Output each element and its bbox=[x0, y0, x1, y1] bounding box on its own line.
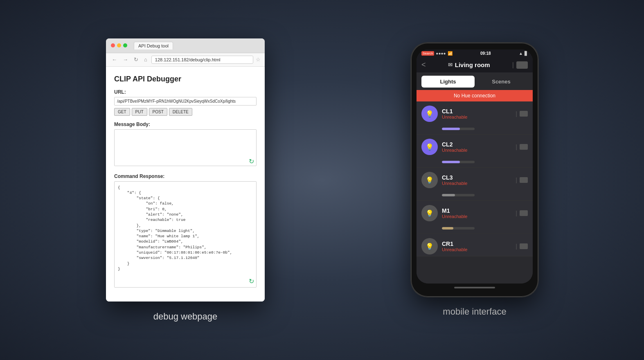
signal-dots: ●●●● bbox=[436, 51, 446, 56]
brightness-fill bbox=[442, 194, 455, 196]
light-info-cl2: CL2 Unreachable bbox=[442, 141, 511, 153]
no-hue-connection-banner: No Hue connection bbox=[417, 90, 533, 101]
brightness-fill bbox=[442, 227, 453, 230]
light-name: M1 bbox=[442, 207, 511, 214]
list-item: 💡 CL3 Unreachable | bbox=[417, 168, 533, 201]
brightness-track[interactable] bbox=[442, 161, 475, 163]
status-time: 09:18 bbox=[480, 51, 491, 56]
url-input[interactable] bbox=[114, 97, 257, 106]
brightness-track[interactable] bbox=[442, 227, 475, 230]
command-response-section: Command Response: { "4": { "state": { "o… bbox=[114, 173, 257, 288]
browser-window-controls bbox=[111, 43, 127, 47]
light-info-cl1: CL1 Unreachable bbox=[442, 108, 511, 119]
url-section: URL: GET PUT POST DELETE bbox=[114, 89, 257, 116]
tab-scenes[interactable]: Scenes bbox=[475, 76, 528, 88]
command-response-refresh-icon[interactable]: ↻ bbox=[249, 277, 254, 285]
command-response-label: Command Response: bbox=[114, 173, 257, 179]
light-icon-m1: 💡 bbox=[421, 205, 438, 221]
light-status: Unreachable bbox=[442, 115, 511, 119]
light-name: CL3 bbox=[442, 174, 511, 181]
brightness-bar-m1 bbox=[417, 227, 533, 234]
list-item: 💡 CR1 Unreachable | bbox=[417, 234, 533, 256]
close-window-button[interactable] bbox=[111, 43, 115, 47]
control-pipe: | bbox=[516, 110, 517, 117]
status-left: Search ●●●● 📶 bbox=[421, 51, 453, 56]
room-title: ✉ Living room bbox=[429, 61, 509, 68]
room-toggle[interactable] bbox=[516, 61, 528, 69]
back-button[interactable]: ← bbox=[110, 56, 119, 63]
light-row-cl1: 💡 CL1 Unreachable | bbox=[417, 101, 533, 124]
light-status: Unreachable bbox=[442, 214, 511, 219]
control-pipe: | bbox=[516, 177, 517, 183]
light-status: Unreachable bbox=[442, 247, 511, 252]
light-icon-cl2: 💡 bbox=[421, 139, 438, 155]
light-name: CL2 bbox=[442, 141, 511, 148]
browser-toolbar: ← → ↻ ⌂ ☆ bbox=[106, 53, 265, 67]
minimize-window-button[interactable] bbox=[117, 43, 121, 47]
lights-list: 💡 CL1 Unreachable | bbox=[417, 101, 533, 284]
phone-screen: Search ●●●● 📶 09:18 ▲ ▊ < ✉ Living bbox=[417, 50, 533, 284]
message-body-input[interactable] bbox=[114, 129, 257, 166]
list-item: 💡 CL1 Unreachable | bbox=[417, 101, 533, 135]
tab-lights[interactable]: Lights bbox=[421, 76, 475, 88]
light-toggle-cl2[interactable] bbox=[520, 144, 528, 150]
home-button[interactable]: ⌂ bbox=[142, 56, 149, 63]
light-row-cr1: 💡 CR1 Unreachable | bbox=[417, 234, 533, 256]
light-controls-cl3: | bbox=[516, 177, 528, 183]
light-controls-m1: | bbox=[516, 210, 528, 216]
light-name: CL1 bbox=[442, 108, 511, 115]
browser-tab[interactable]: API Debug tool bbox=[134, 42, 173, 50]
phone-section: Search ●●●● 📶 09:18 ▲ ▊ < ✉ Living bbox=[411, 43, 538, 317]
brightness-track[interactable] bbox=[442, 194, 475, 196]
wifi-icon: 📶 bbox=[448, 51, 453, 56]
message-body-refresh-icon[interactable]: ↻ bbox=[249, 158, 254, 165]
forward-button[interactable]: → bbox=[121, 56, 130, 63]
light-info-m1: M1 Unreachable bbox=[442, 207, 511, 219]
room-title-text: Living room bbox=[455, 61, 490, 68]
light-toggle-cl1[interactable] bbox=[520, 111, 528, 117]
address-bar[interactable] bbox=[151, 56, 253, 64]
command-response-box: { "4": { "state": { "on": false, "bri": … bbox=[114, 181, 257, 288]
light-row-m1: 💡 M1 Unreachable | bbox=[417, 201, 533, 223]
phone-outer: Search ●●●● 📶 09:18 ▲ ▊ < ✉ Living bbox=[411, 43, 538, 297]
get-button[interactable]: GET bbox=[114, 108, 130, 116]
bulb-icon: 💡 bbox=[426, 110, 434, 118]
bulb-icon: 💡 bbox=[426, 209, 434, 217]
delete-button[interactable]: DELETE bbox=[169, 108, 192, 116]
reload-button[interactable]: ↻ bbox=[132, 56, 140, 63]
put-button[interactable]: PUT bbox=[132, 108, 147, 116]
bulb-icon: 💡 bbox=[426, 243, 434, 250]
control-pipe: | bbox=[516, 210, 517, 216]
debug-caption: debug webpage bbox=[153, 311, 218, 322]
phone-nav: < ✉ Living room | bbox=[417, 57, 533, 72]
nav-pipe: | bbox=[512, 61, 514, 69]
hue-app-icon: Search bbox=[421, 51, 434, 56]
light-toggle-cl3[interactable] bbox=[520, 177, 528, 183]
light-icon-cr1: 💡 bbox=[421, 238, 438, 254]
control-pipe: | bbox=[516, 243, 517, 250]
list-item: 💡 M1 Unreachable | bbox=[417, 201, 533, 234]
phone-status-bar: Search ●●●● 📶 09:18 ▲ ▊ bbox=[417, 50, 533, 57]
light-icon-cl1: 💡 bbox=[421, 106, 438, 122]
brightness-bar-cl2 bbox=[417, 161, 533, 167]
mobile-caption: mobile interface bbox=[443, 306, 506, 317]
maximize-window-button[interactable] bbox=[123, 43, 127, 47]
light-status: Unreachable bbox=[442, 148, 511, 153]
nav-actions: | bbox=[512, 61, 528, 69]
light-controls-cl2: | bbox=[516, 144, 528, 150]
bulb-icon: 💡 bbox=[426, 143, 434, 151]
brightness-fill bbox=[442, 128, 460, 130]
brightness-fill bbox=[442, 161, 460, 163]
home-indicator[interactable] bbox=[454, 287, 495, 288]
status-right: ▲ ▊ bbox=[519, 51, 528, 56]
light-row-cl2: 💡 CL2 Unreachable | bbox=[417, 135, 533, 157]
post-button[interactable]: POST bbox=[149, 108, 167, 116]
signal-icon: ▲ bbox=[519, 51, 523, 56]
back-button[interactable]: < bbox=[421, 61, 426, 69]
bookmark-icon[interactable]: ☆ bbox=[256, 56, 261, 63]
light-toggle-cr1[interactable] bbox=[520, 243, 528, 249]
light-status: Unreachable bbox=[442, 181, 511, 186]
light-toggle-m1[interactable] bbox=[520, 210, 528, 216]
message-body-wrapper: ↻ bbox=[114, 129, 257, 168]
brightness-track[interactable] bbox=[442, 128, 475, 130]
